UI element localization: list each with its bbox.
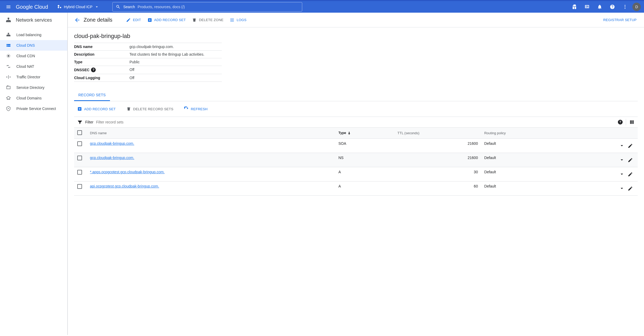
dns-name-link[interactable]: gcp.cloudpak-bringup.com. <box>90 156 134 160</box>
plus-box-icon <box>77 107 82 111</box>
cloud-domains-icon <box>5 95 12 101</box>
col-type[interactable]: Type <box>335 128 394 139</box>
meta-row-dns-name: DNS name gcp.cloudpak-bringup.com. <box>74 43 222 51</box>
trash-icon <box>126 107 131 111</box>
sidebar-item-cloud-nat[interactable]: Cloud NAT <box>0 61 67 72</box>
load-balancing-icon <box>5 32 12 37</box>
pencil-icon <box>628 186 633 191</box>
table-row: api.ocpgcptest.gcp.cloudpak-bringup.com.… <box>74 181 638 196</box>
sidebar-item-cloud-dns[interactable]: Cloud DNS <box>0 40 67 51</box>
gift-icon <box>572 4 577 9</box>
private-service-connect-icon <box>5 106 12 111</box>
delete-zone-label: DELETE ZONE <box>199 18 223 22</box>
tab-record-sets[interactable]: RECORD SETS <box>74 90 110 101</box>
back-button[interactable] <box>72 15 83 25</box>
sidebar-item-service-directory[interactable]: Service Directory <box>0 82 67 93</box>
table-row: gcp.cloudpak-bringup.com.SOA21600Default <box>74 139 638 153</box>
cell-type: SOA <box>335 139 394 153</box>
add-record-set-button[interactable]: ADD RECORD SET <box>144 16 189 25</box>
sidebar-item-cloud-cdn[interactable]: Cloud CDN <box>0 51 67 61</box>
sidebar-item-label: Load balancing <box>16 33 41 37</box>
meta-row-description: Description Test clusters tied to the Br… <box>74 51 222 58</box>
cell-ttl: 21600 <box>394 139 481 153</box>
svg-point-5 <box>8 55 9 57</box>
col-routing-policy[interactable]: Routing policy <box>481 128 566 139</box>
delete-zone-button[interactable]: DELETE ZONE <box>189 16 227 25</box>
search-box[interactable]: Search Products, resources, docs (/) <box>112 2 302 12</box>
project-name: Hybrid Cloud ICP <box>64 5 92 9</box>
project-picker[interactable]: Hybrid Cloud ICP <box>55 3 102 11</box>
col-ttl[interactable]: TTL (seconds) <box>394 128 481 139</box>
dns-name-link[interactable]: api.ocpgcptest.gcp.cloudpak-bringup.com. <box>90 184 159 188</box>
expand-row-button[interactable] <box>618 156 626 164</box>
service-directory-icon <box>5 85 12 90</box>
registrar-setup-button[interactable]: REGISTRAR SETUP <box>600 16 640 24</box>
cloud-shell-button[interactable] <box>582 2 592 12</box>
add-record-set-button-2[interactable]: ADD RECORD SET <box>74 104 119 113</box>
divider <box>626 119 626 125</box>
sidebar-item-label: Cloud Domains <box>16 96 42 100</box>
logs-button[interactable]: LOGS <box>227 16 249 25</box>
expand-row-button[interactable] <box>618 170 626 178</box>
menu-button[interactable] <box>3 2 14 12</box>
search-placeholder: Products, resources, docs (/) <box>138 5 185 9</box>
network-services-icon <box>5 17 12 23</box>
edit-row-button[interactable] <box>626 170 635 179</box>
sidebar-header: Network services <box>0 13 67 27</box>
row-checkbox[interactable] <box>77 156 82 160</box>
filter-help-icon[interactable]: ? <box>618 120 623 124</box>
svg-point-6 <box>8 108 9 109</box>
sidebar-item-load-balancing[interactable]: Load balancing <box>0 30 67 40</box>
traffic-director-icon <box>5 74 12 80</box>
sidebar-item-cloud-domains[interactable]: Cloud Domains <box>0 93 67 103</box>
gift-button[interactable] <box>569 2 580 12</box>
meta-value: Test clusters tied to the Bringup Lab ac… <box>129 52 204 56</box>
records-toolbar: ADD RECORD SET DELETE RECORD SETS REFRES… <box>74 101 638 117</box>
avatar[interactable]: D <box>632 3 641 11</box>
row-checkbox[interactable] <box>77 141 82 146</box>
pencil-icon <box>628 172 633 177</box>
table-row: gcp.cloudpak-bringup.com.NS21600Default <box>74 153 638 167</box>
sidebar-item-private-service-connect[interactable]: Private Service Connect <box>0 103 67 114</box>
expand-row-button[interactable] <box>618 141 626 150</box>
row-checkbox[interactable] <box>77 184 82 189</box>
filter-input[interactable] <box>96 120 615 124</box>
sidebar-item-traffic-director[interactable]: Traffic Director <box>0 72 67 82</box>
content: cloud-pak-bringup-lab DNS name gcp.cloud… <box>68 27 644 206</box>
svg-point-3 <box>7 44 7 45</box>
brand[interactable]: Google Cloud <box>14 4 50 10</box>
edit-label: EDIT <box>133 18 141 22</box>
edit-button[interactable]: EDIT <box>123 16 144 25</box>
notifications-button[interactable] <box>594 2 605 12</box>
cloud-cdn-icon <box>5 53 12 59</box>
edit-row-button[interactable] <box>626 142 635 150</box>
cell-ttl: 30 <box>394 167 481 181</box>
help-icon[interactable]: ? <box>91 68 96 72</box>
more-button[interactable] <box>620 2 630 12</box>
pencil-icon <box>126 18 131 22</box>
meta-value: Public <box>129 60 140 64</box>
dns-name-link[interactable]: *.apps.ocpgcptest.gcp.cloudpak-bringup.c… <box>90 170 165 174</box>
expand-row-button[interactable] <box>618 184 626 193</box>
chevron-down-icon <box>619 171 625 177</box>
meta-row-dnssec: DNSSEC ? Off <box>74 66 222 74</box>
cloud-dns-icon <box>5 43 12 48</box>
tabs: RECORD SETS <box>74 90 638 101</box>
edit-row-button[interactable] <box>626 184 635 193</box>
trash-icon <box>192 18 197 22</box>
refresh-button[interactable]: REFRESH <box>181 104 211 113</box>
page-title: Zone details <box>84 17 112 23</box>
cell-routing-policy: Default <box>481 181 566 196</box>
columns-icon[interactable] <box>629 119 635 125</box>
filter-label: Filter <box>85 120 93 124</box>
chevron-down-icon <box>619 185 625 191</box>
row-checkbox[interactable] <box>77 170 82 175</box>
delete-record-sets-label: DELETE RECORD SETS <box>133 107 174 111</box>
edit-row-button[interactable] <box>626 156 635 164</box>
filter-icon <box>77 119 83 125</box>
col-dns-name[interactable]: DNS name <box>87 128 335 139</box>
select-all-checkbox[interactable] <box>77 130 82 135</box>
dns-name-link[interactable]: gcp.cloudpak-bringup.com. <box>90 141 134 146</box>
help-button[interactable] <box>607 2 618 12</box>
delete-record-sets-button[interactable]: DELETE RECORD SETS <box>123 104 177 113</box>
